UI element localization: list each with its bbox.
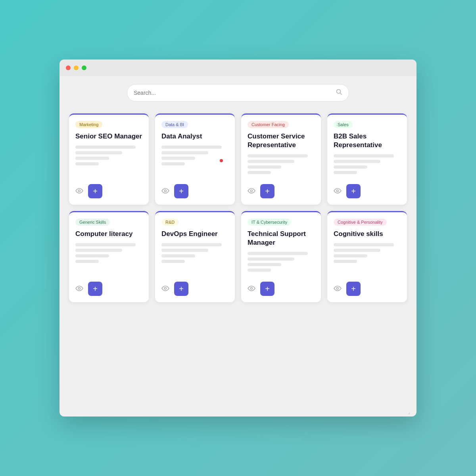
preview-icon[interactable] (161, 187, 169, 196)
search-container (69, 84, 407, 102)
preview-icon[interactable] (248, 187, 255, 196)
job-card: Marketing Senior SEO Manager + (69, 113, 149, 205)
card-lines (248, 154, 315, 178)
add-button[interactable]: + (260, 282, 274, 296)
card-lines (334, 154, 401, 178)
card-badge: R&D (161, 219, 178, 226)
job-card: Sales B2B Sales Representative + (327, 113, 407, 205)
card-footer: + (248, 184, 315, 198)
svg-point-3 (165, 190, 167, 192)
preview-icon[interactable] (161, 285, 169, 293)
card-lines (248, 252, 315, 275)
card-title: Customer Service Representative (248, 132, 315, 150)
card-title: Cognitive skills (334, 230, 401, 238)
search-bar (127, 84, 349, 102)
svg-point-4 (251, 190, 253, 192)
preview-icon[interactable] (75, 187, 83, 196)
add-button[interactable]: + (260, 184, 274, 198)
card-footer: + (75, 184, 142, 198)
add-button[interactable]: + (346, 184, 361, 198)
card-footer: + (161, 184, 228, 198)
search-icon (336, 89, 342, 97)
card-badge: Cognitive & Personality (334, 219, 387, 226)
add-button[interactable]: + (346, 282, 361, 296)
card-badge: IT & Cybersecurity (248, 219, 291, 226)
minimize-button[interactable] (74, 65, 79, 70)
job-card: IT & Cybersecurity Technical Support Man… (241, 211, 321, 302)
card-badge: Customer Facing (248, 121, 289, 128)
card-footer: + (161, 282, 228, 296)
card-title: Technical Support Manager (248, 230, 315, 247)
card-title: B2B Sales Representative (334, 132, 401, 150)
card-title: Data Analyst (161, 132, 228, 141)
card-footer: + (248, 282, 315, 296)
preview-icon[interactable] (248, 285, 255, 293)
maximize-button[interactable] (82, 65, 86, 70)
card-title: Computer literacy (75, 230, 142, 238)
card-title: Senior SEO Manager (75, 132, 142, 141)
browser-body: Marketing Senior SEO Manager + D (60, 76, 416, 310)
card-lines (334, 243, 401, 275)
preview-icon[interactable] (334, 187, 342, 196)
svg-point-6 (79, 287, 81, 289)
job-card: Customer Facing Customer Service Represe… (241, 113, 321, 205)
svg-point-2 (79, 190, 81, 192)
close-button[interactable] (66, 65, 71, 70)
browser-window: Marketing Senior SEO Manager + D (60, 60, 416, 416)
browser-titlebar (60, 60, 416, 76)
preview-icon[interactable] (75, 285, 83, 293)
card-footer: + (334, 184, 401, 198)
card-footer: + (75, 282, 142, 296)
svg-point-9 (337, 287, 339, 289)
resize-handle[interactable]: ⌟ (408, 409, 413, 415)
card-lines (75, 146, 142, 178)
job-card: Data & BI Data Analyst + (155, 113, 235, 205)
notification-dot (220, 159, 223, 162)
card-lines (75, 243, 142, 275)
job-card: Cognitive & Personality Cognitive skills… (327, 211, 407, 302)
add-button[interactable]: + (174, 184, 188, 198)
card-badge: Generic Skills (75, 219, 110, 226)
svg-point-8 (251, 287, 253, 289)
card-title: DevOps Engineer (161, 230, 228, 238)
job-card: R&D DevOps Engineer + (155, 211, 235, 302)
preview-icon[interactable] (334, 285, 342, 293)
svg-line-1 (340, 93, 342, 95)
card-badge: Data & BI (161, 121, 188, 128)
card-footer: + (334, 282, 401, 296)
svg-point-5 (337, 190, 339, 192)
card-badge: Marketing (75, 121, 102, 128)
card-lines (161, 146, 228, 178)
add-button[interactable]: + (174, 282, 188, 296)
cards-grid: Marketing Senior SEO Manager + D (69, 113, 407, 302)
job-card: Generic Skills Computer literacy + (69, 211, 149, 302)
card-badge: Sales (334, 121, 353, 128)
search-input[interactable] (134, 90, 332, 96)
add-button[interactable]: + (88, 282, 102, 296)
add-button[interactable]: + (88, 184, 102, 198)
card-lines (161, 243, 228, 275)
svg-point-7 (165, 287, 167, 289)
